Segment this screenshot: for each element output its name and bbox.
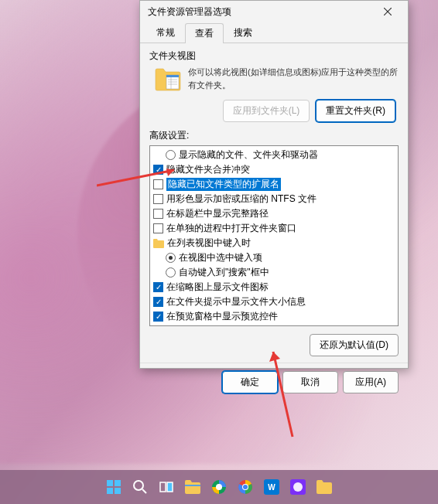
folder-views-section: 文件夹视图 你可以将此视图(如详细信息或图标)应用于这种类型的所有文件夹。 <box>149 49 399 123</box>
app-icon-3[interactable] <box>313 476 335 498</box>
advanced-item-3[interactable]: 用彩色显示加密或压缩的 NTFS 文件 <box>152 192 396 206</box>
checkbox-icon[interactable]: ✓ <box>153 297 163 307</box>
advanced-item-1[interactable]: ✓隐藏文件夹合并冲突 <box>152 162 396 177</box>
svg-text:W: W <box>268 483 275 492</box>
advanced-item-9[interactable]: ✓在缩略图上显示文件图标 <box>152 280 396 295</box>
folder-views-label: 文件夹视图 <box>149 49 399 63</box>
advanced-item-label: 在列表视图中键入时 <box>167 237 251 250</box>
advanced-item-label: 在文件夹提示中显示文件大小信息 <box>166 295 306 308</box>
search-icon[interactable] <box>129 476 151 498</box>
cancel-button[interactable]: 取消 <box>282 371 338 393</box>
svg-rect-14 <box>107 488 113 494</box>
apply-to-folders-button[interactable]: 应用到文件夹(L) <box>223 100 310 122</box>
tab-content-view: 文件夹视图 你可以将此视图(如详细信息或图标)应用于这种类型的所有文件夹。 <box>140 43 408 363</box>
dialog-button-row: 确定 取消 应用(A) <box>140 363 408 401</box>
svg-rect-20 <box>185 485 200 486</box>
advanced-item-label: 在单独的进程中打开文件夹窗口 <box>166 222 296 235</box>
close-button[interactable] <box>372 1 403 22</box>
tab-general[interactable]: 常规 <box>146 22 185 43</box>
edge-icon[interactable] <box>208 476 230 498</box>
svg-point-22 <box>216 484 222 490</box>
svg-line-17 <box>142 489 146 493</box>
advanced-item-label: 在预览窗格中显示预览控件 <box>166 310 278 323</box>
apply-button[interactable]: 应用(A) <box>343 371 399 393</box>
dialog-title: 文件资源管理器选项 <box>148 5 231 19</box>
advanced-item-label: 隐藏文件夹合并冲突 <box>166 163 250 176</box>
radio-icon[interactable] <box>166 150 176 160</box>
folder-views-icon <box>154 66 182 94</box>
app-icon-1[interactable]: W <box>261 476 282 498</box>
radio-icon[interactable] <box>166 267 176 278</box>
tab-search[interactable]: 搜索 <box>224 22 262 43</box>
ok-button[interactable]: 确定 <box>222 371 278 393</box>
svg-point-29 <box>293 482 303 492</box>
app-icon-2[interactable] <box>287 476 309 498</box>
advanced-item-4[interactable]: 在标题栏中显示完整路径 <box>152 206 396 221</box>
checkbox-icon[interactable] <box>153 223 163 233</box>
reset-folders-button[interactable]: 重置文件夹(R) <box>316 100 395 122</box>
svg-point-16 <box>134 481 143 490</box>
titlebar: 文件资源管理器选项 <box>140 1 408 22</box>
svg-rect-13 <box>115 480 121 486</box>
restore-defaults-button[interactable]: 还原为默认值(D) <box>310 334 399 356</box>
svg-rect-18 <box>160 482 166 492</box>
start-button[interactable] <box>103 476 125 498</box>
advanced-item-label: 用彩色显示加密或压缩的 NTFS 文件 <box>166 192 317 206</box>
checkbox-icon[interactable] <box>153 194 163 204</box>
checkbox-icon[interactable]: ✓ <box>153 282 163 292</box>
folder-options-dialog: 文件资源管理器选项 常规 查看 搜索 文件夹视图 <box>139 0 409 369</box>
tab-view[interactable]: 查看 <box>185 23 224 43</box>
taskbar[interactable]: W <box>0 470 438 504</box>
folder-views-description: 你可以将此视图(如详细信息或图标)应用于这种类型的所有文件夹。 <box>188 66 399 94</box>
svg-rect-12 <box>107 480 113 486</box>
advanced-item-label: 显示隐藏的文件、文件夹和驱动器 <box>179 148 318 162</box>
advanced-item-11[interactable]: ✓在预览窗格中显示预览控件 <box>152 309 396 324</box>
tab-strip: 常规 查看 搜索 <box>140 22 408 43</box>
radio-icon[interactable] <box>166 253 176 263</box>
checkbox-icon[interactable]: ✓ <box>153 312 163 322</box>
advanced-item-10[interactable]: ✓在文件夹提示中显示文件大小信息 <box>152 295 396 309</box>
advanced-item-7[interactable]: 在视图中选中键入项 <box>152 250 396 265</box>
task-view-icon[interactable] <box>156 476 177 498</box>
advanced-item-label: 在视图中选中键入项 <box>179 251 262 264</box>
advanced-item-5[interactable]: 在单独的进程中打开文件夹窗口 <box>152 221 396 236</box>
advanced-item-label: 在标题栏中显示完整路径 <box>166 207 269 220</box>
advanced-item-label: 自动键入到"搜索"框中 <box>179 266 269 279</box>
checkbox-icon[interactable] <box>153 179 163 189</box>
advanced-item-0[interactable]: 显示隐藏的文件、文件夹和驱动器 <box>152 148 396 162</box>
checkbox-icon[interactable]: ✓ <box>153 165 163 175</box>
svg-rect-19 <box>167 482 173 492</box>
folder-icon <box>153 239 164 248</box>
checkbox-icon[interactable] <box>153 209 163 219</box>
advanced-label: 高级设置: <box>149 129 399 142</box>
advanced-item-label: 在缩略图上显示文件图标 <box>166 281 269 294</box>
svg-rect-15 <box>115 488 121 494</box>
chrome-icon[interactable] <box>234 476 256 498</box>
close-icon <box>384 8 392 15</box>
advanced-item-2[interactable]: 隐藏已知文件类型的扩展名 <box>152 177 396 192</box>
file-explorer-icon[interactable] <box>182 476 204 498</box>
advanced-item-6[interactable]: 在列表视图中键入时 <box>152 236 396 250</box>
advanced-settings-list[interactable]: 显示隐藏的文件、文件夹和驱动器✓隐藏文件夹合并冲突隐藏已知文件类型的扩展名用彩色… <box>149 145 399 326</box>
advanced-item-label: 隐藏已知文件类型的扩展名 <box>166 178 281 191</box>
svg-rect-3 <box>166 75 179 77</box>
svg-point-25 <box>243 485 248 489</box>
advanced-item-8[interactable]: 自动键入到"搜索"框中 <box>152 265 396 280</box>
advanced-settings-section: 高级设置: 显示隐藏的文件、文件夹和驱动器✓隐藏文件夹合并冲突隐藏已知文件类型的… <box>149 129 399 356</box>
